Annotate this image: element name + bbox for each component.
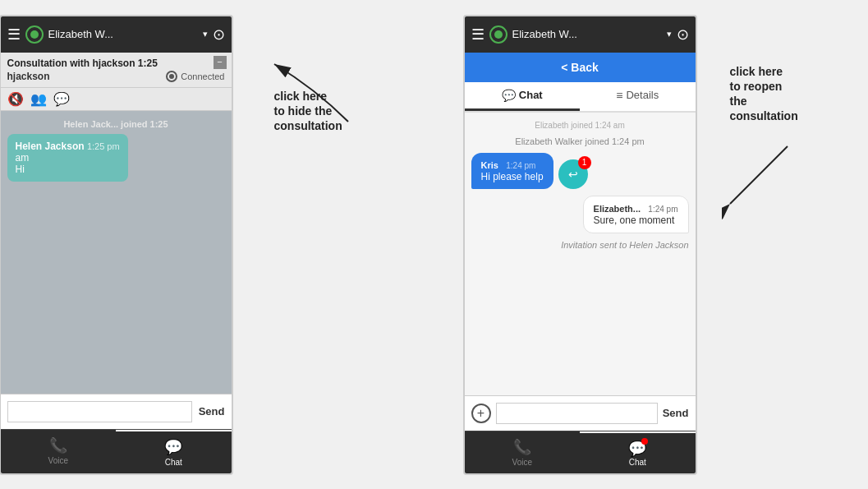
consultation-bar: Consultation with hjackson 1:25 − hjacks…	[1, 53, 232, 88]
right-phone-panel: ☰ Elizabeth W... ▾ ⊙ < Back 💬 Chat ≡ Det…	[463, 15, 697, 475]
left-send-button[interactable]: Send	[199, 405, 225, 417]
badge-count: 1	[578, 156, 591, 169]
bubble-time: 1:25 pm	[87, 141, 120, 151]
right-dropdown-arrow-icon[interactable]: ▾	[667, 29, 672, 39]
connected-badge: Connected	[166, 71, 224, 82]
bubble-sender: Helen Jackson	[16, 141, 85, 152]
tab-chat[interactable]: 💬 Chat	[465, 82, 581, 111]
back-bar[interactable]: < Back	[465, 53, 696, 82]
connected-label: Connected	[181, 72, 224, 81]
settings-icon[interactable]: ⊙	[213, 25, 225, 44]
kris-time: 1:24 pm	[506, 161, 535, 170]
right-chat-label: Chat	[629, 458, 646, 467]
chat-nav-item[interactable]: 💬 Chat	[116, 430, 232, 473]
right-agent-name: Elizabeth W...	[512, 28, 662, 40]
consultation-title: Consultation with hjackson 1:25	[7, 58, 225, 69]
agent-name: Elizabeth W...	[48, 28, 198, 40]
left-bottom-nav: 📞 Voice 💬 Chat	[1, 429, 232, 473]
hamburger-icon[interactable]: ☰	[7, 27, 21, 42]
right-status-indicator	[489, 25, 507, 44]
connected-icon	[166, 71, 177, 82]
consultation-sub: hjackson Connected	[7, 71, 225, 82]
right-arrow-svg	[722, 130, 853, 228]
chat-tab-icon: 💬	[502, 89, 516, 102]
add-button[interactable]: +	[471, 404, 491, 423]
tabs-bar: 💬 Chat ≡ Details	[465, 82, 696, 113]
minimize-button[interactable]: −	[214, 56, 227, 69]
voice-label: Voice	[48, 456, 68, 465]
contact-label: hjackson	[7, 71, 50, 82]
transfer-icon[interactable]: 👥	[30, 91, 47, 107]
right-chat-input[interactable]	[496, 403, 658, 424]
right-chat-area: Elizabeth joined 1:24 am Elizabeth Walke…	[465, 113, 696, 395]
dropdown-arrow-icon[interactable]: ▾	[203, 29, 208, 39]
invitation-msg: Invitation sent to Helen Jackson	[561, 240, 688, 250]
chat-nav-icon: 💬	[164, 438, 182, 456]
left-header: ☰ Elizabeth W... ▾ ⊙	[1, 16, 232, 53]
status-indicator	[25, 25, 44, 44]
msg-row-kris: Kris 1:24 pm Hi please help ↩ 1	[471, 153, 588, 189]
chat-label: Chat	[165, 458, 182, 467]
join-action: joined	[121, 119, 147, 129]
bubble-text-line2: Hi	[16, 164, 120, 175]
back-label: < Back	[561, 61, 599, 74]
left-input-area: Send	[1, 394, 232, 429]
elizabeth-text: Sure, one moment	[594, 215, 678, 226]
kris-sender: Kris	[481, 160, 498, 170]
right-chat-badge-container: 💬	[628, 440, 646, 458]
tab-details-label: Details	[626, 89, 659, 101]
right-voice-nav-item[interactable]: 📞 Voice	[465, 431, 581, 473]
details-tab-icon: ≡	[616, 89, 622, 102]
voice-icon: 📞	[49, 436, 67, 454]
chat-badge-dot	[641, 438, 648, 445]
system-msg-top: Elizabeth joined 1:24 am	[471, 121, 689, 130]
avatar-teal: ↩ 1	[558, 159, 588, 189]
left-arrow-svg	[266, 48, 397, 146]
tab-details[interactable]: ≡ Details	[580, 82, 696, 111]
right-header: ☰ Elizabeth W... ▾ ⊙	[465, 16, 696, 53]
voice-nav-item[interactable]: 📞 Voice	[1, 430, 117, 473]
action-icons-row: 🔇 👥 💬	[1, 88, 232, 111]
chat-action-icon[interactable]: 💬	[53, 91, 70, 107]
right-voice-label: Voice	[512, 458, 532, 467]
elizabeth-sender: Elizabeth...	[594, 204, 641, 214]
right-input-area: + Send	[465, 395, 696, 431]
bubble-kris: Kris 1:24 pm Hi please help	[471, 153, 553, 189]
left-phone-panel: ☰ Elizabeth W... ▾ ⊙ Consultation with h…	[0, 15, 233, 475]
join-time: 1:25	[150, 119, 168, 129]
left-chat-input[interactable]	[7, 401, 192, 422]
right-voice-icon: 📞	[513, 438, 531, 456]
right-bottom-nav: 📞 Voice 💬 Chat	[465, 431, 696, 473]
join-name: Helen Jack...	[63, 119, 118, 129]
system-msg-joined: Elizabeth Walker joined 1:24 pm	[471, 136, 689, 146]
bubble-elizabeth: Elizabeth... 1:24 pm Sure, one moment	[583, 196, 689, 233]
message-bubble-left: Helen Jackson 1:25 pm am Hi	[7, 134, 128, 182]
tab-chat-label: Chat	[519, 89, 543, 101]
msg-row-elizabeth: Elizabeth... 1:24 pm Sure, one moment	[583, 196, 689, 233]
bubble-text-line1: am	[16, 152, 120, 164]
left-annotation: click hereto hide theconsultation	[274, 89, 342, 134]
elizabeth-time: 1:24 pm	[648, 205, 677, 214]
mute-icon[interactable]: 🔇	[7, 91, 24, 107]
right-send-button[interactable]: Send	[663, 407, 689, 419]
right-chat-nav-item[interactable]: 💬 Chat	[580, 431, 696, 473]
right-hamburger-icon[interactable]: ☰	[471, 27, 485, 42]
join-notice: Helen Jack... joined 1:25	[7, 119, 225, 129]
right-settings-icon[interactable]: ⊙	[677, 25, 689, 44]
right-annotation: click hereto reopentheconsultation	[730, 64, 798, 124]
kris-text: Hi please help	[481, 171, 544, 182]
left-chat-area: Helen Jack... joined 1:25 Helen Jackson …	[1, 111, 232, 394]
